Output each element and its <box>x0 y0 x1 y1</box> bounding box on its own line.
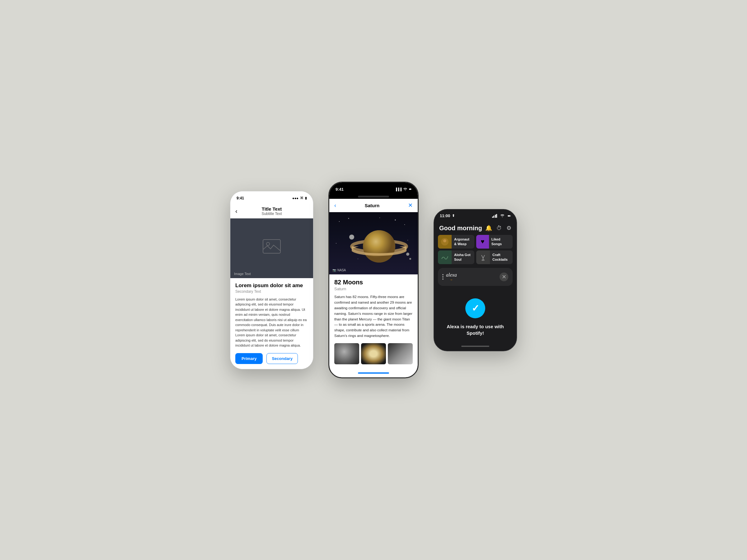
battery-icon: ▮ <box>305 196 307 200</box>
svg-point-5 <box>407 240 408 240</box>
thumb-moon[interactable] <box>334 343 359 364</box>
check-mark-icon: ✓ <box>471 303 479 314</box>
clock-icon[interactable]: ⏱ <box>496 225 502 232</box>
aloha-label: Aloha Got Soul <box>452 252 474 262</box>
nasa-credit: 📷 NASA <box>332 268 346 272</box>
dot2 <box>442 276 443 277</box>
craft-cocktails-label: Craft Cocktails <box>490 252 513 262</box>
phone1-heading: Lorem ipsum dolor sit ame <box>235 283 308 289</box>
settings-icon[interactable]: ⚙ <box>507 224 511 232</box>
svg-point-1 <box>266 242 269 245</box>
phone3-status-icons <box>492 214 511 218</box>
svg-point-2 <box>339 221 340 222</box>
alexa-modal: alexa ⌣ ✕ <box>438 268 513 286</box>
page-title: Title Text <box>261 206 282 212</box>
phone1-buttons: Primary Secondary <box>235 353 308 364</box>
phone1-nav-title: Title Text Subtitle Text <box>261 206 282 216</box>
notch-pill <box>358 196 389 197</box>
close-alexa-button[interactable]: ✕ <box>499 272 508 281</box>
svg-point-4 <box>404 224 405 225</box>
phone2-navbar: ‹ Saturn ✕ <box>329 199 418 212</box>
greeting-text: Good morning <box>439 224 482 232</box>
phone2-notch <box>329 196 418 199</box>
saturn-image: 📷 NASA <box>329 212 418 274</box>
three-dots-button[interactable] <box>442 274 443 280</box>
primary-button[interactable]: Primary <box>235 353 263 364</box>
scene: 9:41 ●●● ⌘ ▮ ‹ Title Text Subtitle Text <box>217 163 530 397</box>
phone3-header: Good morning 🔔 ⏱ ⚙ <box>434 222 516 235</box>
phone3-statusbar: 11:00 ⬆ <box>434 210 516 222</box>
music-card-liked[interactable]: ♥ Liked Songs <box>476 235 513 248</box>
amazon-smile-icon: ⌣ <box>446 278 457 282</box>
alexa-ready-text: Alexa is ready to use with Spotify! <box>439 323 511 336</box>
dot3 <box>442 278 443 280</box>
article-body: Saturn has 82 moons. Fifty-three moons a… <box>334 294 413 339</box>
argonaut-thumb <box>438 235 452 248</box>
music-card-craft[interactable]: Craft Cocktails <box>476 250 513 264</box>
phone1-status-icons: ●●● ⌘ ▮ <box>292 196 307 200</box>
music-card-aloha[interactable]: Aloha Got Soul <box>438 250 474 264</box>
phone3-home-indicator <box>461 346 489 347</box>
phone1-body: Lorem ipsum dolor sit amet, consectetur … <box>235 297 308 348</box>
svg-point-15 <box>406 252 409 256</box>
phone2-home-bar <box>329 369 418 377</box>
liked-songs-label: Liked Songs <box>489 237 513 246</box>
home-bar-indicator <box>358 372 389 374</box>
dot1 <box>442 274 443 275</box>
back-button[interactable]: ‹ <box>235 208 237 215</box>
svg-point-9 <box>358 259 358 259</box>
music-card-argonaut[interactable]: Argonaut & Wasp <box>438 235 474 248</box>
image-placeholder-icon <box>262 239 281 257</box>
thumb-surface[interactable] <box>388 343 413 364</box>
phone2-statusbar: 9:41 ▐▐▐ <box>329 183 418 196</box>
phone2-close-button[interactable]: ✕ <box>408 202 413 209</box>
phone3-location-icon: ⬆ <box>452 214 455 218</box>
alexa-brand: alexa ⌣ <box>446 272 457 282</box>
thumbnail-row <box>334 343 413 364</box>
liked-songs-thumb: ♥ <box>476 235 489 248</box>
article-title: 82 Moons <box>334 279 413 286</box>
phone3-battery-icon <box>508 215 511 216</box>
phone-3: 11:00 ⬆ Goo <box>434 209 517 351</box>
phone3-time: 11:00 <box>440 213 450 218</box>
phone2-status-icons: ▐▐▐ <box>395 187 411 192</box>
phone2-wifi-icon <box>403 187 407 192</box>
phone2-time: 9:41 <box>336 187 344 192</box>
phone3-signal-icon <box>492 214 497 218</box>
phone3-wifi-icon <box>500 214 505 218</box>
phone2-battery-icon <box>409 189 411 190</box>
alexa-ready-area: ✓ Alexa is ready to use with Spotify! <box>434 289 516 343</box>
phone2-inner: 9:41 ▐▐▐ ‹ Saturn ✕ <box>329 183 418 377</box>
music-grid: Argonaut & Wasp ♥ Liked Songs Aloha Got … <box>434 235 516 268</box>
bell-icon[interactable]: 🔔 <box>485 224 492 232</box>
svg-rect-21 <box>440 252 449 262</box>
alexa-logo-text: alexa <box>446 272 457 278</box>
phone3-inner: 11:00 ⬆ Goo <box>434 210 516 351</box>
svg-point-3 <box>348 218 349 219</box>
phone-1: 9:41 ●●● ⌘ ▮ ‹ Title Text Subtitle Text <box>230 191 313 369</box>
phone1-time: 9:41 <box>236 196 244 201</box>
wifi-icon: ⌘ <box>300 196 304 200</box>
svg-point-7 <box>395 220 396 220</box>
check-circle: ✓ <box>465 298 485 318</box>
phone1-image: Image Text <box>230 218 313 278</box>
article-subtitle: Saturn <box>334 287 413 291</box>
signal-icon: ●●● <box>292 196 299 200</box>
phone3-home-bar <box>434 343 516 351</box>
phone1-navbar: ‹ Title Text Subtitle Text <box>230 205 313 218</box>
thumb-ring[interactable] <box>361 343 386 364</box>
phone1-statusbar: 9:41 ●●● ⌘ ▮ <box>230 191 313 205</box>
svg-point-20 <box>443 239 446 242</box>
secondary-button[interactable]: Secondary <box>266 353 298 364</box>
image-label: Image Text <box>234 272 251 276</box>
svg-rect-0 <box>263 240 280 253</box>
alexa-modal-left: alexa ⌣ <box>442 272 457 282</box>
phone2-article: 82 Moons Saturn Saturn has 82 moons. Fif… <box>329 274 418 369</box>
svg-point-16 <box>409 258 411 260</box>
craft-cocktails-thumb <box>476 250 490 264</box>
svg-point-8 <box>380 217 380 218</box>
aloha-thumb <box>438 250 452 264</box>
phone-2: 9:41 ▐▐▐ ‹ Saturn ✕ <box>328 182 419 378</box>
phone3-time-area: 11:00 ⬆ <box>440 213 455 218</box>
phone2-back-button[interactable]: ‹ <box>334 202 336 209</box>
